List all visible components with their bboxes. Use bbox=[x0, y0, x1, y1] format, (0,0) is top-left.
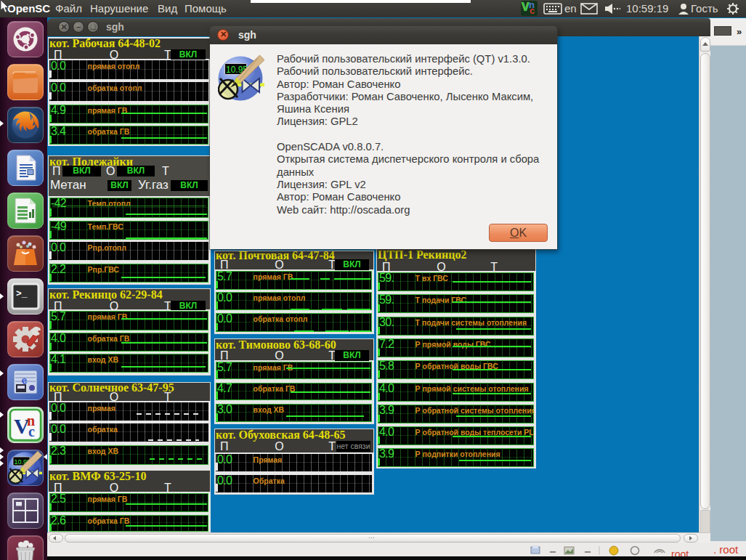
svg-text:c: c bbox=[28, 423, 35, 439]
svg-text:root: root bbox=[671, 548, 689, 556]
svg-text:>_: >_ bbox=[16, 288, 28, 299]
